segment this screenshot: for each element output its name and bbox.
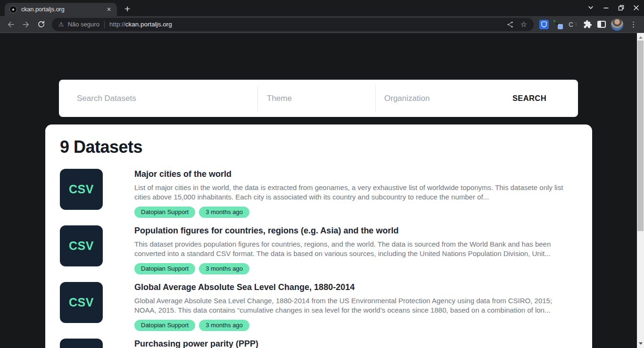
dataset-description: Global Average Absolute Sea Level Change… [134, 296, 576, 315]
security-label: Não seguro [68, 21, 99, 28]
reload-button[interactable] [35, 18, 47, 31]
updated-badge[interactable]: 3 months ago [199, 263, 249, 274]
url-domain: ckan.portaljs.org [125, 21, 172, 28]
dataset-title-link[interactable]: Population figures for countries, region… [134, 225, 576, 236]
profile-avatar[interactable] [611, 18, 623, 31]
tab-search-chevron-icon[interactable] [587, 4, 594, 11]
restore-button[interactable] [618, 5, 624, 11]
menu-kebab-icon[interactable]: ⋮ [630, 20, 637, 29]
side-panel-icon[interactable] [597, 21, 606, 28]
browser-toolbar: ⚠ Não seguro http://ckan.portaljs.org ☆ … [0, 16, 644, 33]
omnibox-divider [104, 21, 105, 28]
bookmark-star-icon[interactable]: ☆ [520, 21, 527, 28]
dataset-row: CSV Global Average Absolute Sea Level Ch… [60, 282, 576, 331]
search-datasets-input[interactable] [76, 93, 257, 104]
page-viewport: SEARCH 9 Datasets CSV Major cities of th… [0, 33, 644, 348]
not-secure-warning-icon: ⚠ [58, 21, 64, 28]
scroll-down-icon[interactable] [637, 340, 644, 347]
org-badge[interactable]: Datopian Support [134, 320, 195, 331]
search-card: SEARCH [59, 80, 578, 117]
dataset-row: CSV Purchasing power parity (PPP) [60, 339, 576, 348]
minimize-button[interactable] [603, 5, 609, 11]
theme-input[interactable] [266, 93, 375, 104]
url-scheme: http:// [109, 21, 125, 28]
csv-format-tile[interactable]: CSV [60, 225, 103, 266]
csv-format-tile[interactable]: CSV [60, 282, 103, 323]
tab-strip: ▲ ckan.portaljs.org ✕ + [0, 0, 644, 16]
extensions-puzzle-icon[interactable] [583, 20, 592, 29]
search-button[interactable]: SEARCH [503, 80, 578, 117]
colorpicker-extension-icon[interactable] [554, 20, 563, 29]
results-heading: 9 Datasets [60, 137, 576, 157]
address-bar[interactable]: ⚠ Não seguro http://ckan.portaljs.org ☆ [52, 18, 534, 31]
share-icon[interactable] [506, 21, 514, 28]
updated-badge[interactable]: 3 months ago [199, 207, 249, 218]
dataset-title-link[interactable]: Global Average Absolute Sea Level Change… [134, 282, 576, 292]
dataset-description: This dataset provides population figures… [134, 240, 576, 258]
close-window-button[interactable] [633, 5, 639, 11]
scroll-up-icon[interactable] [637, 34, 644, 41]
organization-input[interactable] [383, 93, 503, 104]
dataset-description: List of major cities in the world, the d… [134, 183, 576, 202]
portaljs-favicon-icon: ▲ [9, 6, 17, 13]
updated-badge[interactable]: 3 months ago [199, 320, 249, 331]
dataset-row: CSV Major cities of the world List of ma… [60, 169, 576, 218]
csv-format-tile[interactable]: CSV [60, 339, 103, 348]
tab-title: ckan.portaljs.org [21, 6, 101, 13]
org-badge[interactable]: Datopian Support [134, 207, 195, 218]
back-button[interactable] [5, 18, 17, 31]
bitwarden-extension-icon[interactable] [539, 20, 549, 29]
csv-format-tile[interactable]: CSV [60, 169, 103, 210]
new-tab-button[interactable]: + [124, 4, 130, 14]
results-card: 9 Datasets CSV Major cities of the world… [45, 124, 592, 348]
org-badge[interactable]: Datopian Support [134, 263, 195, 274]
dataset-row: CSV Population figures for countries, re… [60, 225, 576, 274]
colorzilla-extension-icon[interactable]: C⋮ [569, 21, 578, 28]
site-security-chip[interactable]: ⚠ Não seguro [58, 21, 99, 28]
tab-close-icon[interactable]: ✕ [106, 6, 112, 13]
browser-tab[interactable]: ▲ ckan.portaljs.org ✕ [5, 3, 117, 16]
forward-button[interactable] [20, 18, 32, 31]
dataset-title-link[interactable]: Major cities of the world [134, 169, 576, 179]
scrollbar-thumb[interactable] [637, 41, 644, 231]
dataset-title-link[interactable]: Purchasing power parity (PPP) [134, 339, 258, 348]
scrollbar-track[interactable] [637, 33, 644, 348]
